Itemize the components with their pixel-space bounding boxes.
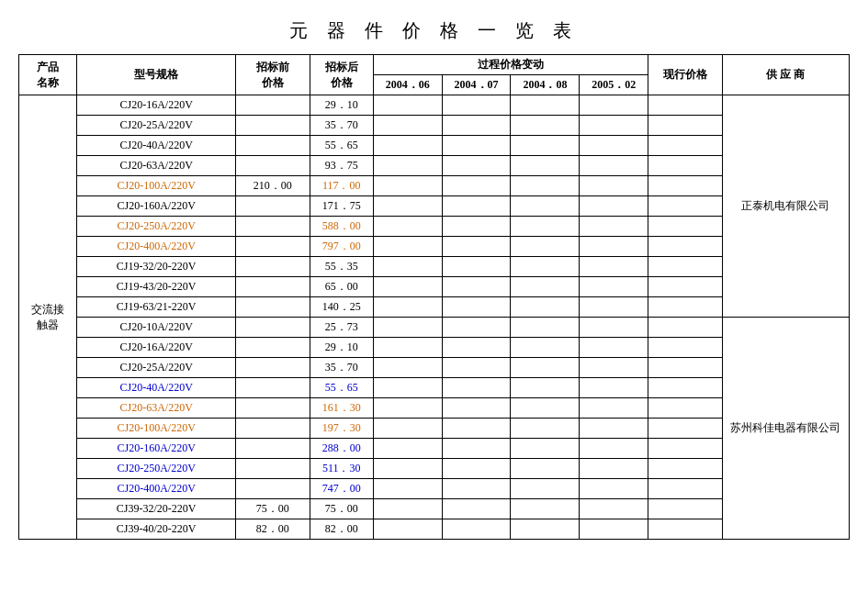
date-cell-1 <box>442 318 511 338</box>
model-cell: CJ20-100A/220V <box>77 176 236 196</box>
header-date2: 2004．07 <box>442 75 511 95</box>
current-price-cell <box>648 297 723 318</box>
date-cell-2 <box>511 237 580 257</box>
pre-bid-cell <box>236 136 310 156</box>
model-cell: CJ19-63/21-220V <box>77 297 236 318</box>
date-cell-0 <box>373 398 442 419</box>
model-cell: CJ20-63A/220V <box>77 398 236 419</box>
date-cell-0 <box>373 378 442 398</box>
date-cell-2 <box>511 338 580 358</box>
pre-bid-cell <box>236 196 310 217</box>
current-price-cell <box>648 156 723 176</box>
pre-bid-cell <box>236 257 310 277</box>
date-cell-2 <box>511 499 580 519</box>
date-cell-2 <box>511 439 580 459</box>
model-cell: CJ20-40A/220V <box>77 136 236 156</box>
model-cell: CJ20-400A/220V <box>77 237 236 257</box>
date-cell-1 <box>442 398 511 419</box>
date-cell-0 <box>373 136 442 156</box>
model-cell: CJ19-43/20-220V <box>77 277 236 297</box>
current-price-cell <box>648 95 723 116</box>
date-cell-0 <box>373 419 442 439</box>
date-cell-2 <box>511 257 580 277</box>
date-cell-0 <box>373 479 442 499</box>
post-bid-cell: 55．35 <box>310 257 373 277</box>
date-cell-0 <box>373 439 442 459</box>
current-price-cell <box>648 176 723 196</box>
post-bid-cell: 140．25 <box>310 297 373 318</box>
pre-bid-cell <box>236 358 310 378</box>
model-cell: CJ20-160A/220V <box>77 196 236 217</box>
header-post-bid: 招标后价格 <box>310 55 373 95</box>
model-cell: CJ20-250A/220V <box>77 459 236 479</box>
date-cell-3 <box>580 176 648 196</box>
model-cell: CJ20-400A/220V <box>77 479 236 499</box>
header-date1: 2004．06 <box>373 75 442 95</box>
date-cell-1 <box>442 176 511 196</box>
date-cell-3 <box>580 378 648 398</box>
date-cell-2 <box>511 156 580 176</box>
date-cell-2 <box>511 358 580 378</box>
date-cell-0 <box>373 237 442 257</box>
date-cell-2 <box>511 95 580 116</box>
post-bid-cell: 588．00 <box>310 217 373 237</box>
current-price-cell <box>648 116 723 136</box>
current-price-cell <box>648 217 723 237</box>
date-cell-3 <box>580 419 648 439</box>
date-cell-3 <box>580 156 648 176</box>
table-row: CJ20-10A/220V25．73苏州科佳电器有限公司 <box>19 318 850 338</box>
date-cell-0 <box>373 196 442 217</box>
date-cell-3 <box>580 439 648 459</box>
date-cell-3 <box>580 499 648 519</box>
current-price-cell <box>648 237 723 257</box>
header-date3: 2004．08 <box>511 75 580 95</box>
header-model: 型号规格 <box>77 55 236 95</box>
date-cell-1 <box>442 479 511 499</box>
post-bid-cell: 797．00 <box>310 237 373 257</box>
model-cell: CJ39-32/20-220V <box>77 499 236 519</box>
pre-bid-cell <box>236 439 310 459</box>
header-product: 产品名称 <box>19 55 77 95</box>
model-cell: CJ20-250A/220V <box>77 217 236 237</box>
date-cell-3 <box>580 479 648 499</box>
pre-bid-cell <box>236 318 310 338</box>
pre-bid-cell <box>236 378 310 398</box>
pre-bid-cell <box>236 297 310 318</box>
post-bid-cell: 197．30 <box>310 419 373 439</box>
date-cell-2 <box>511 398 580 419</box>
current-price-cell <box>648 257 723 277</box>
date-cell-3 <box>580 217 648 237</box>
date-cell-1 <box>442 237 511 257</box>
pre-bid-cell <box>236 277 310 297</box>
pre-bid-cell <box>236 217 310 237</box>
date-cell-2 <box>511 519 580 540</box>
header-row: 产品名称 型号规格 招标前价格 招标后价格 过程价格变动 现行价格 供 应 商 <box>19 55 850 75</box>
date-cell-0 <box>373 95 442 116</box>
date-cell-3 <box>580 459 648 479</box>
post-bid-cell: 82．00 <box>310 519 373 540</box>
current-price-cell <box>648 136 723 156</box>
post-bid-cell: 117．00 <box>310 176 373 196</box>
pre-bid-cell <box>236 156 310 176</box>
date-cell-0 <box>373 176 442 196</box>
date-cell-1 <box>442 136 511 156</box>
date-cell-3 <box>580 297 648 318</box>
current-price-cell <box>648 277 723 297</box>
model-cell: CJ20-25A/220V <box>77 358 236 378</box>
date-cell-1 <box>442 459 511 479</box>
date-cell-2 <box>511 479 580 499</box>
date-cell-2 <box>511 176 580 196</box>
date-cell-0 <box>373 257 442 277</box>
header-date4: 2005．02 <box>580 75 648 95</box>
pre-bid-cell: 210．00 <box>236 176 310 196</box>
pre-bid-cell <box>236 237 310 257</box>
header-supplier: 供 应 商 <box>722 55 849 95</box>
date-cell-3 <box>580 398 648 419</box>
supplier-cell: 苏州科佳电器有限公司 <box>722 318 849 540</box>
product-name-cell: 交流接 触器 <box>19 95 77 540</box>
date-cell-1 <box>442 358 511 378</box>
model-cell: CJ39-40/20-220V <box>77 519 236 540</box>
pre-bid-cell: 82．00 <box>236 519 310 540</box>
model-cell: CJ20-40A/220V <box>77 378 236 398</box>
date-cell-3 <box>580 136 648 156</box>
